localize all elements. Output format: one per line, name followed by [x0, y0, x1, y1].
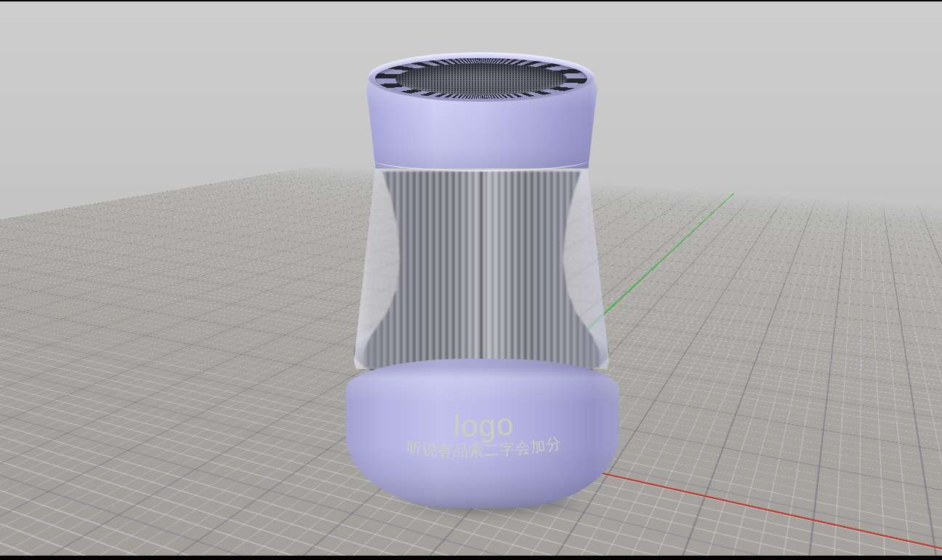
letterbox-bar-bottom [0, 556, 942, 560]
top-mesh-grille [395, 63, 567, 95]
render-viewport[interactable]: logo 听说有品索二字会加分 [0, 0, 942, 560]
logo-textpath: logo [453, 407, 515, 443]
transparent-shell [354, 164, 609, 369]
logo-text: logo [453, 407, 515, 443]
letterbox-bar-top [0, 0, 942, 1]
base-engraving: logo 听说有品索二字会加分 [346, 359, 619, 508]
top-cap-rim-highlight [372, 148, 590, 171]
